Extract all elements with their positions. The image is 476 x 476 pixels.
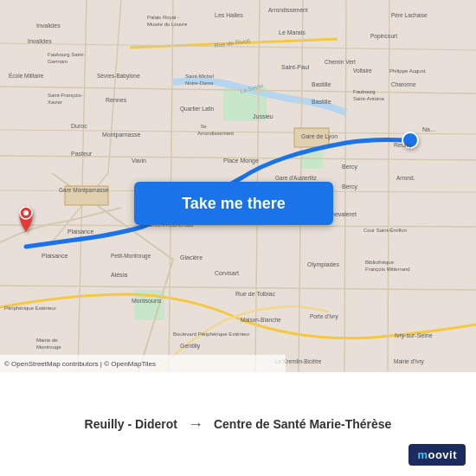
svg-text:Voltaire: Voltaire xyxy=(353,68,372,74)
svg-text:Ivry-sur-Seine: Ivry-sur-Seine xyxy=(395,332,433,339)
svg-text:Popincourt: Popincourt xyxy=(370,33,397,40)
svg-point-7 xyxy=(23,210,29,215)
svg-text:Cour Saint-Émillon: Cour Saint-Émillon xyxy=(363,228,407,233)
map-container: Invalides Invalides Faubourg Saint- Germ… xyxy=(0,0,476,372)
svg-text:Notre-Dame: Notre-Dame xyxy=(185,80,214,86)
take-me-there-label: Take me there xyxy=(182,195,286,213)
bottom-bar: Reuilly - Diderot → Centre de Santé Mari… xyxy=(0,372,476,476)
svg-text:Gare Montparnasse: Gare Montparnasse xyxy=(59,187,109,194)
destination-label: Centre de Santé Marie-Thérèse xyxy=(214,417,391,431)
svg-text:Maison-Blanche: Maison-Blanche xyxy=(241,317,281,323)
svg-text:5e: 5e xyxy=(201,124,207,129)
svg-text:Alésia: Alésia xyxy=(111,272,127,278)
moovit-text: oovit xyxy=(428,448,457,461)
svg-text:Vavin: Vavin xyxy=(132,158,146,164)
svg-text:Arrondissement: Arrondissement xyxy=(268,7,308,13)
svg-text:Plaisance: Plaisance xyxy=(68,228,93,235)
take-me-there-button[interactable]: Take me there xyxy=(134,182,333,225)
svg-text:Saint-Michel: Saint-Michel xyxy=(185,74,214,79)
attribution-text: © OpenStreetMap contributors | © OpenMap… xyxy=(4,360,156,368)
svg-text:Jussieu: Jussieu xyxy=(253,113,273,119)
svg-text:Na…: Na… xyxy=(422,126,436,132)
svg-text:Bibliothèque: Bibliothèque xyxy=(365,260,395,265)
svg-text:Mairie d'Ivry: Mairie d'Ivry xyxy=(394,358,425,365)
svg-text:Bastille: Bastille xyxy=(312,99,331,105)
svg-text:Saint-Paul: Saint-Paul xyxy=(281,64,310,70)
svg-text:Philippe August.: Philippe August. xyxy=(389,68,427,74)
svg-text:Bercy: Bercy xyxy=(342,183,357,190)
svg-text:Invalides: Invalides xyxy=(36,23,61,29)
svg-text:Le Marais: Le Marais xyxy=(279,29,306,35)
svg-text:Germain: Germain xyxy=(48,59,68,64)
svg-text:Gare de Lyon: Gare de Lyon xyxy=(301,133,338,140)
svg-text:Bastille: Bastille xyxy=(312,81,331,87)
svg-text:Rennes: Rennes xyxy=(106,97,127,103)
svg-text:Montsouris: Montsouris xyxy=(132,298,162,304)
svg-text:Rue de Tolbiac: Rue de Tolbiac xyxy=(235,291,276,297)
svg-text:Reuilly: Reuilly xyxy=(394,142,413,149)
svg-text:Boulevard Périphérique Extérie: Boulevard Périphérique Extérieur xyxy=(173,331,249,337)
svg-text:Saint-François-: Saint-François- xyxy=(48,93,83,98)
svg-text:Sèvres-Babylone: Sèvres-Babylone xyxy=(97,73,140,80)
origin-label: Reuilly - Diderot xyxy=(85,417,177,431)
svg-text:Invalides: Invalides xyxy=(28,38,52,44)
svg-text:François Mitterrand: François Mitterrand xyxy=(365,267,410,272)
svg-text:Mairie de: Mairie de xyxy=(36,338,58,343)
svg-text:Père Lachaise: Père Lachaise xyxy=(391,12,428,18)
svg-text:Périphérique Extérieur: Périphérique Extérieur xyxy=(4,306,56,311)
svg-text:Montrouge: Montrouge xyxy=(36,344,61,350)
svg-text:Montparnasse: Montparnasse xyxy=(102,132,140,138)
svg-text:Bercy: Bercy xyxy=(342,164,357,170)
svg-text:Musée du Louvre: Musée du Louvre xyxy=(147,22,188,27)
moovit-m: m xyxy=(417,448,428,461)
svg-text:Duroc: Duroc xyxy=(71,123,87,129)
svg-text:Corvisart: Corvisart xyxy=(215,270,239,276)
svg-text:Les Halles: Les Halles xyxy=(215,12,243,18)
moovit-logo: moovit xyxy=(408,444,466,466)
svg-text:Place Monge: Place Monge xyxy=(223,158,259,164)
svg-text:Plaisance: Plaisance xyxy=(42,253,68,259)
route-arrow: → xyxy=(188,415,203,434)
route-info: Reuilly - Diderot → Centre de Santé Mari… xyxy=(0,372,476,476)
svg-text:Quartier Latin: Quartier Latin xyxy=(180,106,215,113)
svg-text:Petit-Montrouge: Petit-Montrouge xyxy=(111,253,151,260)
svg-text:Gare d'Austerlitz: Gare d'Austerlitz xyxy=(275,175,318,181)
svg-text:Charonne: Charonne xyxy=(391,81,416,87)
svg-text:Porte d'Ivry: Porte d'Ivry xyxy=(310,313,338,320)
svg-text:Faubourg: Faubourg xyxy=(353,89,376,94)
svg-text:Faubourg Saint-: Faubourg Saint- xyxy=(48,52,85,57)
svg-text:Chemin Vert: Chemin Vert xyxy=(325,59,356,65)
svg-text:Gentilly: Gentilly xyxy=(180,343,201,350)
svg-text:Saint-Antoine: Saint-Antoine xyxy=(353,96,385,101)
svg-text:Palais Royal -: Palais Royal - xyxy=(147,15,179,20)
svg-text:Olympiades: Olympiades xyxy=(307,261,339,268)
svg-text:École Militaire: École Militaire xyxy=(9,72,44,79)
svg-text:Xavier: Xavier xyxy=(48,100,62,105)
svg-text:Glacière: Glacière xyxy=(180,254,203,261)
svg-text:Arrondissement: Arrondissement xyxy=(197,131,234,136)
svg-text:Arrond.: Arrond. xyxy=(396,175,415,181)
svg-text:Pasteur: Pasteur xyxy=(71,151,93,157)
